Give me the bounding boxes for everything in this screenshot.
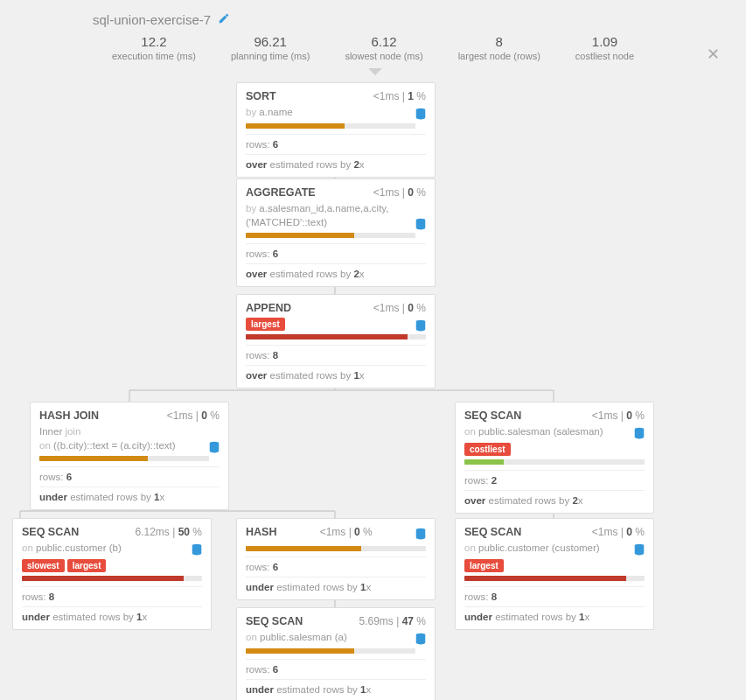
node-timing: <1ms | 0 %: [320, 526, 373, 538]
node-timing: <1ms | 0 %: [373, 186, 426, 199]
node-timing: <1ms | 0 %: [373, 302, 426, 314]
chevron-down-icon: [368, 68, 382, 75]
database-icon: [634, 427, 645, 444]
database-icon: [415, 528, 426, 542]
node-name: SEQ SCAN: [464, 410, 521, 422]
node-timing: 5.69ms | 47 %: [359, 615, 426, 627]
largest-badge: largest: [464, 559, 504, 572]
node-timing: <1ms | 0 %: [592, 526, 645, 538]
stat-exec-time: 12.2execution time (ms): [112, 34, 196, 61]
node-hash[interactable]: HASH <1ms | 0 % rows: 6 under estimated …: [236, 518, 436, 600]
database-icon: [209, 441, 220, 458]
edit-icon[interactable]: [218, 12, 230, 27]
stat-costliest: 1.09costliest node: [575, 34, 634, 61]
node-name: APPEND: [246, 302, 291, 314]
largest-badge: largest: [67, 559, 107, 572]
node-timing: <1ms | 0 %: [592, 410, 645, 422]
node-name: SORT: [246, 90, 276, 102]
page-title: sql-union-exercise-7: [93, 12, 211, 27]
stat-largest: 8largest node (rows): [458, 34, 540, 61]
stats-bar: 12.2execution time (ms) 96.21planning ti…: [16, 31, 730, 70]
node-aggregate[interactable]: AGGREGATE <1ms | 0 % by a.salesman_id,a.…: [236, 178, 436, 287]
stat-slowest: 6.12slowest node (ms): [345, 34, 422, 61]
node-timing: <1ms | 0 %: [167, 410, 220, 422]
node-name: SEQ SCAN: [464, 526, 521, 538]
node-timing: <1ms | 1 %: [373, 90, 426, 102]
stat-plan-time: 96.21planning time (ms): [231, 34, 310, 61]
database-icon: [415, 319, 426, 334]
node-name: SEQ SCAN: [22, 526, 79, 538]
node-name: SEQ SCAN: [246, 615, 303, 627]
node-seqscan-customer[interactable]: SEQ SCAN <1ms | 0 % on public.customer (…: [455, 518, 654, 630]
node-name: HASH: [246, 526, 276, 538]
database-icon: [192, 543, 202, 560]
database-icon: [634, 543, 645, 560]
slowest-badge: slowest: [22, 559, 65, 572]
database-icon: [415, 108, 426, 124]
close-icon[interactable]: ✕: [707, 45, 720, 64]
node-seqscan-salesman[interactable]: SEQ SCAN <1ms | 0 % on public.salesman (…: [455, 402, 654, 514]
node-seqscan-customer-b[interactable]: SEQ SCAN 6.12ms | 50 % on public.custome…: [12, 518, 212, 630]
node-seqscan-salesman-a[interactable]: SEQ SCAN 5.69ms | 47 % on public.salesma…: [236, 607, 436, 700]
database-icon: [415, 218, 426, 234]
node-name: AGGREGATE: [246, 186, 316, 199]
costliest-badge: costliest: [464, 443, 511, 456]
largest-badge: largest: [246, 318, 285, 331]
node-hashjoin[interactable]: HASH JOIN <1ms | 0 % Inner join on ((b.c…: [30, 402, 229, 510]
node-sort[interactable]: SORT <1ms | 1 % by a.name rows: 6 over e…: [236, 82, 436, 178]
node-name: HASH JOIN: [39, 410, 99, 422]
database-icon: [415, 633, 426, 649]
node-timing: 6.12ms | 50 %: [135, 526, 202, 538]
node-append[interactable]: APPEND <1ms | 0 % largest rows: 8 over e…: [236, 294, 436, 388]
